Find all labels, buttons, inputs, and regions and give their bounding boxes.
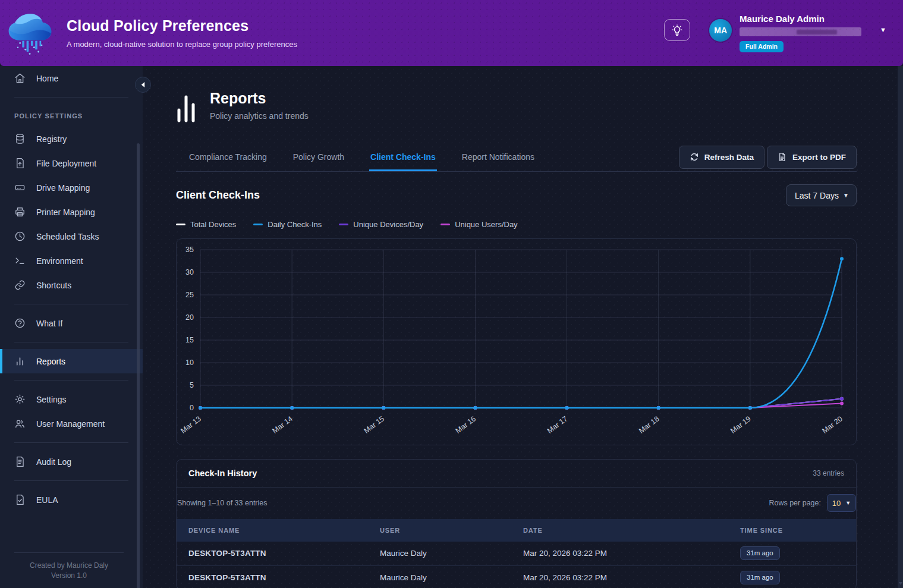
svg-text:15: 15 [185, 336, 194, 344]
svg-text:Mar 14: Mar 14 [270, 414, 294, 435]
data-point[interactable] [382, 406, 385, 410]
sidebar-item-printer-mapping[interactable]: Printer Mapping [0, 200, 143, 224]
sidebar-item-drive-mapping[interactable]: Drive Mapping [0, 175, 143, 200]
gear-icon [14, 394, 26, 405]
sidebar-collapse-button[interactable] [135, 77, 151, 93]
user-email-redacted [740, 27, 861, 36]
cell-time-since: 31m ago [740, 565, 857, 588]
window-scrollbar-track[interactable] [898, 66, 903, 588]
sidebar-item-home[interactable]: Home [0, 66, 143, 90]
sidebar-item-eula[interactable]: EULA [0, 488, 143, 512]
sidebar-footer: Created by Maurice Daly Version 1.0 [0, 544, 138, 588]
database-icon [14, 133, 26, 145]
data-point[interactable] [473, 406, 477, 410]
svg-text:Mar 15: Mar 15 [363, 414, 386, 435]
app-header: Cloud Policy Preferences A modern, cloud… [0, 0, 903, 66]
check-ins-chart: 05101520253035Mar 13Mar 14Mar 15Mar 16Ma… [176, 238, 857, 445]
data-point[interactable] [840, 401, 844, 405]
legend-label: Total Devices [190, 220, 236, 229]
sidebar-item-label: What If [36, 319, 62, 328]
svg-text:Mar 16: Mar 16 [454, 414, 478, 435]
sidebar-item-scheduled-tasks[interactable]: Scheduled Tasks [0, 224, 143, 249]
page-subtitle: Policy analytics and trends [210, 111, 309, 121]
sidebar-scrollbar[interactable] [137, 143, 140, 588]
legend-dash [339, 224, 348, 226]
sidebar-item-label: Environment [36, 256, 83, 266]
sidebar-divider [14, 342, 128, 342]
report-tabs: Compliance TrackingPolicy GrowthClient C… [176, 143, 857, 172]
rows-per-page-select[interactable]: 10 ▼ [827, 494, 856, 512]
data-point[interactable] [748, 406, 752, 410]
sidebar-item-settings[interactable]: Settings [0, 387, 143, 411]
chevron-down-icon[interactable]: ▼ [880, 26, 886, 33]
sidebar-item-label: User Management [36, 419, 105, 429]
data-point[interactable] [840, 397, 844, 401]
data-point[interactable] [290, 406, 294, 410]
sidebar-item-label: Scheduled Tasks [36, 232, 99, 241]
tab-policy-growth[interactable]: Policy Growth [292, 143, 345, 171]
cell-date: Mar 20, 2026 03:22 PM [523, 565, 740, 588]
terminal-icon [14, 255, 26, 267]
data-point[interactable] [565, 406, 569, 410]
legend-item-unique-users-day[interactable]: Unique Users/Day [441, 220, 518, 229]
legend-label: Unique Users/Day [455, 220, 518, 229]
tab-client-check-ins[interactable]: Client Check-Ins [369, 143, 437, 171]
sidebar-item-label: Settings [36, 395, 67, 404]
chart-legend: Total DevicesDaily Check-InsUnique Devic… [176, 220, 857, 229]
sidebar-item-environment[interactable]: Environment [0, 249, 143, 273]
svg-text:Mar 18: Mar 18 [637, 414, 661, 435]
theme-toggle-button[interactable] [664, 19, 690, 41]
file-up-icon [14, 158, 26, 169]
avatar[interactable]: MA [709, 19, 732, 42]
tab-report-notifications[interactable]: Report Notifications [461, 143, 536, 171]
showing-label: Showing 1–10 of 33 entries [177, 499, 268, 507]
refresh-data-button[interactable]: Refresh Data [679, 146, 764, 169]
footer-version: Version 1.0 [0, 571, 138, 581]
tab-compliance-tracking[interactable]: Compliance Tracking [188, 143, 268, 171]
sidebar-item-what-if[interactable]: What If [0, 311, 143, 335]
sidebar-item-user-management[interactable]: User Management [0, 411, 143, 436]
legend-item-total-devices[interactable]: Total Devices [176, 220, 236, 229]
svg-text:10: 10 [185, 359, 194, 367]
export-pdf-button[interactable]: Export to PDF [767, 146, 857, 169]
main-panel: Reports Policy analytics and trends Comp… [143, 66, 903, 588]
svg-text:Mar 19: Mar 19 [729, 414, 753, 435]
legend-label: Unique Devices/Day [353, 220, 423, 229]
table-row[interactable]: DESKTOP-5T3ATTNMaurice DalyMar 20, 2026 … [177, 565, 857, 588]
sidebar-divider [14, 380, 128, 381]
link-icon [14, 279, 26, 291]
data-point[interactable] [657, 406, 660, 410]
sidebar-item-shortcuts[interactable]: Shortcuts [0, 273, 143, 297]
sidebar-item-registry[interactable]: Registry [0, 127, 143, 151]
reports-bar-chart-icon [176, 88, 196, 122]
table-header-row: DEVICE NAMEUSERDATETIME SINCE [177, 519, 857, 542]
sidebar-item-audit-log[interactable]: Audit Log [0, 449, 143, 474]
avatar-initials: MA [714, 26, 727, 35]
user-menu[interactable]: Maurice Daly Admin Full Admin [740, 14, 875, 52]
time-since-badge: 31m ago [740, 546, 780, 560]
sidebar-item-label: Printer Mapping [36, 207, 95, 217]
column-header-user: USER [380, 519, 523, 542]
sidebar-divider [14, 480, 128, 481]
data-point[interactable] [840, 257, 844, 260]
users-icon [14, 418, 26, 430]
svg-text:5: 5 [190, 381, 194, 389]
rows-per-page-label: Rows per page: [769, 499, 821, 507]
sidebar-item-label: Drive Mapping [36, 183, 90, 193]
divider [14, 552, 124, 553]
table-row[interactable]: DESKTOP-5T3ATTNMaurice DalyMar 20, 2026 … [177, 542, 857, 565]
column-header-device-name: DEVICE NAME [177, 519, 380, 542]
legend-dash [176, 224, 185, 226]
history-title: Check-In History [188, 468, 257, 478]
sidebar-item-label: Registry [36, 134, 67, 144]
sidebar-item-reports[interactable]: Reports [0, 349, 143, 373]
data-point[interactable] [199, 406, 202, 410]
sidebar-item-file-deployment[interactable]: File Deployment [0, 151, 143, 175]
role-badge: Full Admin [740, 41, 784, 52]
export-label: Export to PDF [792, 153, 846, 162]
legend-item-unique-devices-day[interactable]: Unique Devices/Day [339, 220, 423, 229]
date-range-select[interactable]: Last 7 Days ▼ [786, 184, 857, 206]
legend-item-daily-check-ins[interactable]: Daily Check-Ins [253, 220, 322, 229]
printer-icon [14, 206, 26, 218]
section-title: Client Check-Ins [176, 189, 260, 202]
